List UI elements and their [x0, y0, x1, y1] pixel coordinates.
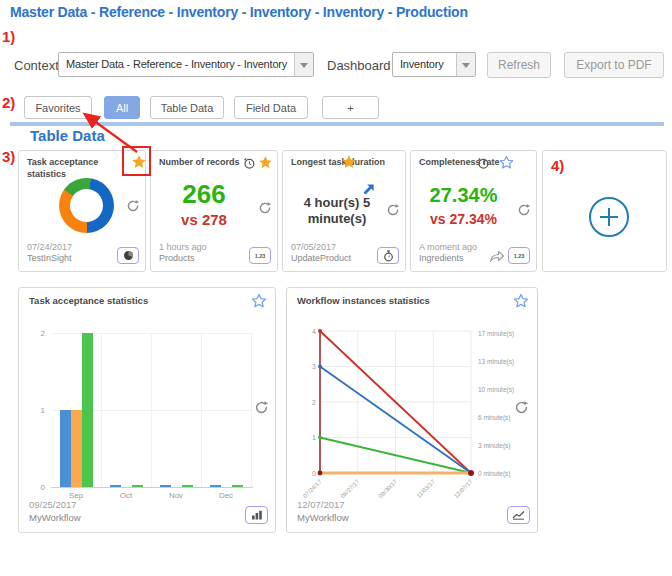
card-time: A moment ago [419, 242, 477, 254]
annotation-arrow [75, 108, 145, 156]
card-longest-task-duration: Longest task duration 4 hour(s) 5 minute… [282, 150, 406, 272]
favorite-star-outline-icon[interactable] [499, 155, 514, 170]
right-axis-label: 17 minute(s) [478, 330, 514, 338]
pie-chart-icon [123, 250, 134, 261]
x-axis-tick-label: Oct [111, 491, 141, 500]
tab-table-data[interactable]: Table Data [150, 96, 224, 119]
x-axis-tick-label: 09/30/17 [377, 478, 398, 499]
tab-add[interactable]: + [322, 96, 379, 119]
add-widget-button[interactable] [588, 196, 630, 238]
data-point [318, 471, 323, 476]
bar-orange [71, 410, 82, 487]
card-title: Longest task duration [291, 157, 385, 169]
kpi-value: 4 hour(s) 5 minute(s) [291, 195, 383, 226]
chevron-down-icon[interactable] [294, 53, 313, 76]
data-point [468, 470, 474, 476]
widget-type-button[interactable] [507, 506, 530, 524]
card-footer: 1 hours ago Products [159, 242, 207, 265]
data-point [318, 365, 322, 369]
number-format-icon: 1.23 [514, 253, 525, 259]
card-footer: 07/05/2017 UpdateProduct [291, 242, 351, 265]
card-owner: Products [159, 253, 207, 265]
refresh-icon[interactable] [258, 201, 272, 215]
widget-type-button[interactable] [377, 247, 399, 264]
export-pdf-button[interactable]: Export to PDF [564, 52, 664, 78]
share-arrow-icon[interactable] [489, 250, 505, 263]
y-axis-tick-label: 4 [312, 328, 316, 335]
bar-chart: 210SepOctNovDec [19, 288, 275, 532]
kpi-value: 27.34% [411, 184, 516, 207]
right-axis-label: 10 minute(s) [478, 386, 514, 394]
clock-icon [243, 157, 255, 169]
card-footer: 12/07/2017 MyWorkflow [297, 499, 349, 524]
y-axis-tick-label: 3 [312, 363, 316, 370]
annotation-4: 4) [551, 157, 564, 174]
card-footer: A moment ago Ingredients [419, 242, 477, 265]
card-owner: Ingredients [419, 253, 477, 265]
x-axis-tick-label: Dec [211, 491, 241, 500]
donut-chart [59, 178, 114, 233]
refresh-icon[interactable] [517, 203, 531, 217]
context-label: Context [14, 58, 59, 73]
widget-type-button[interactable]: 1.23 [508, 247, 530, 264]
card-completeness-rate: Completeness rate 27.34% vs 27.34% A mom… [410, 150, 537, 272]
bar-green [132, 485, 143, 487]
favorite-star-icon[interactable] [341, 154, 357, 170]
y-axis-tick-label: 1 [312, 434, 316, 441]
card-date: 07/05/2017 [291, 242, 351, 254]
bar-blue [110, 485, 121, 487]
card-owner: UpdateProduct [291, 253, 351, 265]
favorite-star-icon[interactable] [258, 155, 273, 170]
card-workflow-instances: Workflow instances statistics 4321017 mi… [286, 287, 538, 533]
tab-field-data[interactable]: Field Data [234, 96, 308, 119]
bar-green [82, 333, 93, 487]
y-axis-tick-label: 1 [29, 406, 45, 415]
context-select-value: Master Data - Reference - Inventory - In… [66, 58, 293, 70]
card-task-acceptance-bar: Task acceptance statistics 210SepOctNovD… [18, 287, 276, 533]
refresh-icon[interactable] [386, 203, 400, 217]
kpi-value: 266 [151, 179, 257, 210]
x-axis-tick-label: 08/27/17 [340, 478, 361, 499]
y-axis-tick-label: 0 [29, 483, 45, 492]
bar-green [232, 485, 243, 487]
bar-green [182, 485, 193, 487]
right-axis-label: 3 minute(s) [478, 442, 511, 450]
kpi-comparison: vs 278 [151, 211, 257, 228]
annotation-1: 1) [2, 28, 15, 45]
chevron-down-icon[interactable] [456, 53, 475, 76]
y-axis-tick-label: 0 [312, 470, 316, 477]
refresh-icon[interactable] [514, 400, 529, 415]
card-date: 12/07/2017 [297, 499, 349, 511]
card-number-of-records: Number of records 266 vs 278 1 hours ago… [150, 150, 278, 272]
dashboard-select[interactable]: Inventory [392, 52, 476, 77]
card-add-widget: 4) [542, 150, 667, 272]
dashboard-screen: Master Data - Reference - Inventory - In… [0, 0, 672, 576]
bar-blue [160, 485, 171, 487]
annotation-3: 3) [2, 148, 15, 165]
line-chart-icon [512, 510, 525, 520]
x-axis-tick-label: 07/24/17 [302, 478, 323, 499]
refresh-icon[interactable] [254, 400, 269, 415]
data-point [318, 436, 322, 440]
context-select[interactable]: Master Data - Reference - Inventory - In… [58, 52, 314, 77]
widget-type-button[interactable] [245, 506, 268, 524]
x-axis-tick-label: 12/07/17 [453, 478, 474, 499]
dashboard-label: Dashboard [327, 58, 391, 73]
refresh-icon[interactable] [126, 199, 140, 213]
line-chart: 4321017 minute(s)13 minute(s)10 minute(s… [287, 288, 539, 534]
widget-type-button[interactable] [117, 247, 139, 264]
refresh-button[interactable]: Refresh [487, 52, 551, 78]
card-footer: 09/25/2017 MyWorkflow [29, 499, 81, 524]
widget-type-button[interactable]: 1.23 [249, 247, 271, 264]
y-axis-tick-label: 2 [312, 399, 316, 406]
number-format-icon: 1.23 [255, 253, 266, 259]
bar-blue [60, 410, 71, 487]
right-axis-label: 6 minute(s) [478, 414, 511, 422]
kpi-comparison: vs 27.34% [411, 211, 516, 227]
card-owner: MyWorkflow [297, 512, 349, 524]
y-axis-tick-label: 2 [29, 329, 45, 338]
card-footer: 07/24/2017 TestInSight [27, 242, 72, 265]
card-title: Number of records [159, 157, 240, 169]
stopwatch-icon [383, 250, 394, 262]
x-axis-tick-label: 11/03/17 [416, 478, 437, 499]
